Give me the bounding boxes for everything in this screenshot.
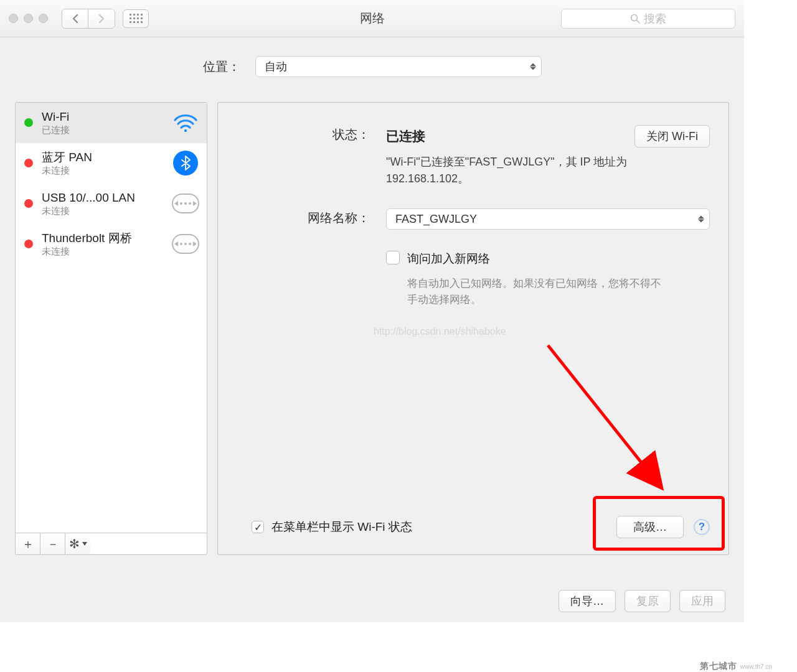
location-label: 位置： [203,58,240,75]
ask-join-sub: 将自动加入已知网络。如果没有已知网络，您将不得不手动选择网络。 [407,276,669,309]
interface-actions-menu[interactable]: ✻ [65,533,90,554]
search-placeholder: 搜索 [644,11,666,26]
chevron-updown-icon [530,63,536,70]
location-value: 自动 [265,59,287,74]
page-watermark: 第七城市 www.th7.cn [700,661,772,672]
location-select[interactable]: 自动 [255,56,542,77]
chevron-updown-icon [698,216,704,223]
watermark-text: http://blog.csdn.net/shihaboke [374,326,710,337]
svg-line-3 [548,345,660,486]
status-dot-icon [24,159,33,167]
window-title: 网络 [360,10,385,27]
advanced-button[interactable]: 高级… [616,516,684,538]
show-in-menubar-label: 在菜单栏中显示 Wi-Fi 状态 [271,519,412,535]
network-name-select[interactable]: FAST_GWJLGY [386,208,710,230]
sidebar-item-sub: 未连接 [42,165,163,177]
svg-line-1 [637,20,640,23]
minimize-window-icon[interactable] [24,14,33,23]
status-dot-icon [24,118,33,127]
help-button[interactable]: ? [694,519,710,535]
show-in-menubar-checkbox[interactable] [252,521,264,533]
sidebar-item-label: Thunderbolt 网桥 [42,231,163,246]
window-actions: 向导… 复原 应用 [559,590,725,612]
add-interface-button[interactable]: ＋ [16,533,40,554]
interfaces-list: Wi-Fi 已连接 蓝牙 PAN 未连接 [16,103,207,533]
sidebar-item-label: Wi-Fi [42,110,163,124]
sidebar-item-sub: 已连接 [42,124,163,136]
window-controls [9,14,48,23]
close-window-icon[interactable] [9,14,18,23]
status-dot-icon [24,240,33,248]
remove-interface-button[interactable]: － [40,533,65,554]
show-all-button[interactable] [123,9,149,28]
sidebar-item-bluetooth-pan[interactable]: 蓝牙 PAN 未连接 [16,143,207,184]
ethernet-icon [172,230,199,258]
sidebar-item-usb-lan[interactable]: USB 10/...00 LAN 未连接 [16,184,207,224]
status-dot-icon [24,199,33,208]
network-name-label: 网络名称： [230,208,386,226]
location-row: 位置： 自动 [15,56,729,77]
assist-button[interactable]: 向导… [559,590,616,612]
ask-join-label: 询问加入新网络 [407,251,669,267]
interfaces-sidebar: Wi-Fi 已连接 蓝牙 PAN 未连接 [15,102,207,555]
ask-join-checkbox[interactable] [386,251,400,264]
wifi-icon [172,109,199,136]
forward-button[interactable] [88,9,115,28]
ethernet-icon [172,190,199,217]
sidebar-item-label: USB 10/...00 LAN [42,190,163,205]
svg-point-2 [184,129,187,132]
titlebar: 网络 搜索 [0,0,744,37]
apply-button[interactable]: 应用 [679,590,725,612]
network-preferences-window: 网络 搜索 位置： 自动 Wi-Fi 已连接 [0,0,744,622]
network-name-value: FAST_GWJLGY [395,213,477,226]
nav-buttons [62,9,115,29]
status-label: 状态： [230,125,386,143]
sidebar-item-label: 蓝牙 PAN [42,150,163,165]
sidebar-item-wifi[interactable]: Wi-Fi 已连接 [16,103,207,143]
sidebar-footer: ＋ － ✻ [16,533,207,554]
status-value: 已连接 [386,128,425,145]
annotation-arrow-icon [535,338,685,506]
zoom-window-icon[interactable] [39,14,48,23]
back-button[interactable] [62,9,88,28]
status-note: "Wi-Fi"已连接至"FAST_GWJLGY"，其 IP 地址为 192.16… [386,154,672,187]
turn-off-wifi-button[interactable]: 关闭 Wi-Fi [634,125,710,147]
sidebar-item-thunderbolt-bridge[interactable]: Thunderbolt 网桥 未连接 [16,224,207,264]
sidebar-item-sub: 未连接 [42,205,163,217]
sidebar-item-sub: 未连接 [42,246,163,258]
search-field[interactable]: 搜索 [561,9,735,29]
main-panel: 状态： 已连接 关闭 Wi-Fi "Wi-Fi"已连接至"FAST_GWJLGY… [217,102,729,555]
revert-button[interactable]: 复原 [625,590,671,612]
bluetooth-icon [172,149,199,177]
panel-footer: 在菜单栏中显示 Wi-Fi 状态 高级… ? [230,516,710,538]
search-icon [630,14,640,24]
